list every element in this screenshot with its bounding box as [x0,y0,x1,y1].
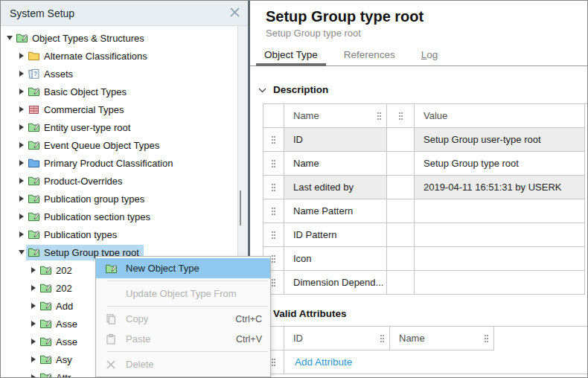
menu-separator [107,351,268,352]
add-attribute-link[interactable]: Add Attribute [284,350,352,374]
twisty-collapsed-icon[interactable] [17,158,26,167]
tree-item-label: Object Types & Structures [32,33,144,44]
twisty-collapsed-icon[interactable] [17,230,26,239]
object-type-folder-icon [39,282,52,294]
twisty-collapsed-icon[interactable] [29,337,38,346]
tab-object-type[interactable]: Object Type [256,46,326,65]
twisty-collapsed-icon[interactable] [29,284,38,292]
copy-icon [96,313,126,325]
drag-handle-icon [272,255,275,263]
twisty-collapsed-icon[interactable] [17,176,26,185]
twisty-collapsed-icon[interactable] [29,319,38,328]
tree-item-core: Event Queue Object Types [26,138,164,153]
delete-icon [96,359,126,370]
drag-handle[interactable] [263,176,284,199]
tree-item-core: Primary Product Classification [26,156,177,171]
twisty-collapsed-icon[interactable] [29,266,38,275]
description-column-name: Name [284,104,387,128]
tree-item-label: Publication group types [44,193,144,205]
object-type-folder-icon [28,193,40,205]
twisty-collapsed-icon[interactable] [17,105,26,114]
tree-item-core: Entity user-type root [26,120,135,135]
tree-item-basic-object-types[interactable]: Basic Object Types [1,83,237,100]
tree-item-publication-group-types[interactable]: Publication group types [1,190,237,208]
object-type-folder-icon [28,139,40,151]
menu-item-label: New Object Type [126,263,262,274]
twisty-collapsed-icon[interactable] [29,301,38,310]
tree-item-label: Entity user-type root [44,122,130,133]
drag-handle-icon [272,279,275,286]
drag-handle[interactable] [263,199,284,223]
tree-item-assets[interactable]: ?Assets [1,65,237,83]
object-type-tab-content: Description NameValueIDSetup Group user-… [250,83,587,374]
drag-handle[interactable] [263,128,284,152]
tree-item-alternate-classifications[interactable]: Alternate Classifications [1,47,237,65]
drag-handle[interactable] [263,223,284,247]
column-menu-icon[interactable] [380,335,384,342]
description-value-id-pattern[interactable] [415,223,585,247]
twisty-collapsed-icon[interactable] [17,87,26,96]
close-icon [229,7,240,21]
valid-attributes-column-name: Name [390,327,494,350]
twisty-collapsed-icon[interactable] [17,194,26,203]
twisty-collapsed-icon[interactable] [17,123,26,132]
tree-item-event-queue-object-types[interactable]: Event Queue Object Types [1,136,237,154]
valid-attributes-add-row: Add Attribute [263,350,587,374]
tab-references[interactable]: References [336,46,403,65]
menu-item-copy: CopyCtrl+C [96,309,270,329]
page-subtitle: Setup Group type root [266,28,587,39]
asset-stack-icon: ? [28,68,40,80]
twisty-collapsed-icon[interactable] [29,373,38,377]
twisty-collapsed-icon[interactable] [17,141,26,150]
twisty-expanded-icon[interactable] [17,248,26,257]
description-value-icon[interactable] [415,247,585,271]
chevron-down-icon[interactable] [258,83,266,96]
panel-title: System Setup [10,7,74,19]
scrollbar-thumb[interactable] [240,190,241,225]
twisty-collapsed-icon[interactable] [29,355,38,364]
tree-item-entity-user-type-root[interactable]: Entity user-type root [1,118,237,136]
column-menu-icon[interactable] [377,112,381,120]
tab-log[interactable]: Log [413,46,447,65]
drag-handle[interactable] [263,152,284,176]
menu-separator [107,281,268,281]
tree-item-label: Attr [56,372,71,378]
tree-item-commercial-types[interactable]: Commercial Types [1,100,237,118]
description-value-name[interactable]: Setup Group type root [415,152,585,176]
valid-attributes-section-header: Valid Attributes [258,307,587,320]
description-spacer-cell [387,199,415,223]
description-column-spacer [387,104,415,128]
twisty-expanded-icon[interactable] [5,33,14,42]
valid-attributes-table: IDName [263,326,587,350]
tree-item-core: Object Types & Structures [14,31,149,46]
tree-item-product-overrides[interactable]: Product-Overrides [1,172,237,190]
svg-text:?: ? [33,70,37,77]
description-row-dimension-depend: Dimension Depend... [263,271,587,295]
description-value-dimension-depend[interactable] [415,271,585,295]
twisty-collapsed-icon[interactable] [17,51,26,60]
close-panel-button[interactable] [228,7,241,20]
tree-item-publication-section-types[interactable]: Publication section types [1,208,237,225]
tree-item-label: 202 [56,265,72,276]
tree-item-label: Add [56,301,73,312]
twisty-collapsed-icon[interactable] [17,69,26,78]
object-type-folder-icon [39,336,52,347]
description-value-name-pattern[interactable] [415,199,585,223]
description-spacer-cell [387,128,415,152]
menu-separator [107,306,268,307]
tree-item-publication-types[interactable]: Publication types [1,225,237,243]
description-spacer-cell [387,271,415,295]
tree-item-core: Asy [38,352,77,368]
twisty-collapsed-icon[interactable] [17,212,26,221]
column-menu-icon[interactable] [485,335,488,342]
tree-item-primary-product-classification[interactable]: Primary Product Classification [1,154,237,172]
tree-item-object-types-structures[interactable]: Object Types & Structures [1,29,237,47]
column-menu-icon[interactable] [399,112,403,120]
tree-item-core: 202 [38,281,77,296]
menu-item-new-object-type[interactable]: New Object Type [96,258,270,278]
menu-item-paste: PasteCtrl+V [96,329,270,349]
object-type-folder-icon [16,32,28,44]
context-menu: New Object TypeUpdate Object Type FromCo… [95,256,271,377]
drag-handle-icon [272,184,275,191]
tree-item-label: Basic Object Types [44,86,127,97]
